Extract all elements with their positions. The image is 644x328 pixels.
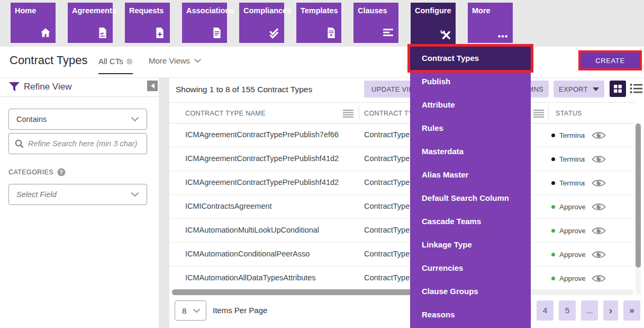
contract-type-name: ICMAutomationMultiLookUpConditional xyxy=(185,226,319,234)
nav-tile-more[interactable]: More xyxy=(468,3,513,43)
results-count: Showing 1 to 8 of 155 Contract Types xyxy=(176,85,312,94)
table-row[interactable]: ICMAutomationAllDataTypesAttributes Cont… xyxy=(169,267,635,290)
category-select[interactable]: Select Field xyxy=(8,184,147,205)
status-cell: Approved xyxy=(551,226,606,235)
remove-filter-icon[interactable]: ⊗ xyxy=(126,57,133,66)
nav-tile-associations[interactable]: Associations xyxy=(182,3,227,43)
eye-icon[interactable] xyxy=(592,202,606,211)
status-dot xyxy=(551,229,555,233)
eye-icon[interactable] xyxy=(592,179,606,188)
last-page-icon[interactable]: » xyxy=(623,300,640,321)
page-button[interactable]: ... xyxy=(581,300,598,321)
status-cell: Terminated xyxy=(551,179,606,188)
status-badge: Approved xyxy=(559,274,585,282)
status-badge: Terminated xyxy=(559,179,585,187)
categories-label: CATEGORIES xyxy=(8,169,53,176)
contract-type-name: ICMAgreementContractTypePrePublish7ef66 xyxy=(185,130,339,139)
configure-menu-item[interactable]: Reasons xyxy=(410,303,531,326)
page-button[interactable]: 5 xyxy=(559,300,576,321)
grid-view-toggle[interactable] xyxy=(610,81,626,97)
status-dot xyxy=(551,134,555,137)
collapse-panel-icon[interactable] xyxy=(147,81,158,91)
pagination: 4 5 ... › » xyxy=(516,300,640,321)
svg-text:?: ? xyxy=(60,170,64,175)
nav-tile-clauses[interactable]: Clauses xyxy=(353,3,398,43)
eye-icon[interactable] xyxy=(592,274,606,283)
operator-value: Contains xyxy=(16,115,47,123)
requests-icon xyxy=(154,27,166,39)
refine-view-header: Refine View xyxy=(0,78,159,97)
nav-label: Clauses xyxy=(353,3,398,15)
contract-types-list-panel: Showing 1 to 8 of 155 Contract Types UPD… xyxy=(169,78,644,328)
horizontal-scrollbar[interactable] xyxy=(172,289,633,295)
configure-menu-item[interactable]: Cascade Teams xyxy=(410,210,531,233)
configure-menu-item[interactable]: Alias Master xyxy=(410,163,531,187)
agreements-icon xyxy=(97,27,108,39)
filter-icon xyxy=(8,82,20,92)
contract-type-name: ICMAutomationAllDataTypesAttributes xyxy=(185,273,316,282)
operator-select[interactable]: Contains xyxy=(8,109,147,130)
list-view-toggle[interactable] xyxy=(629,83,643,95)
refine-search-input[interactable] xyxy=(28,134,144,153)
nav-tile-home[interactable]: Home xyxy=(11,3,56,43)
table-row[interactable]: ICMAutomationMultiLookUpConditional Cont… xyxy=(169,219,635,243)
nav-tile-configure[interactable]: Configure xyxy=(411,3,456,47)
configure-menu-item[interactable]: Currencies xyxy=(410,256,531,280)
page-button[interactable]: 4 xyxy=(537,300,554,321)
home-icon xyxy=(40,27,51,39)
column-menu-icon[interactable] xyxy=(343,110,353,118)
nav-tile-templates[interactable]: Templates xyxy=(296,3,341,43)
export-label: EXPORT xyxy=(559,85,588,93)
nav-label: Home xyxy=(11,3,56,15)
contract-type-name: ICMAgreementContractTypePrePublishf41d2 xyxy=(185,178,339,187)
app-window: Home Agreements Requests Associations Co… xyxy=(0,0,644,328)
column-menu-icon[interactable] xyxy=(533,110,544,118)
refine-search-field xyxy=(8,133,147,154)
eye-icon[interactable] xyxy=(592,226,606,235)
nav-tile-agreements[interactable]: Agreements xyxy=(68,3,113,43)
configure-menu-item[interactable]: Publish xyxy=(410,70,531,93)
status-cell: Terminated xyxy=(551,155,606,164)
configure-menu-item[interactable]: Linkage Type xyxy=(410,233,531,256)
configure-menu-item[interactable]: Attribute xyxy=(410,93,531,117)
chevron-down-icon xyxy=(131,117,139,122)
create-button[interactable]: CREATE xyxy=(580,52,640,68)
export-button[interactable]: EXPORT xyxy=(554,81,604,97)
table-row[interactable]: ICMIContractsAgreement ContractType Appr… xyxy=(169,195,635,219)
next-page-icon[interactable]: › xyxy=(603,300,618,321)
table-row[interactable]: ICMAutomationConditionalPeerAsso Contrac… xyxy=(169,243,635,267)
column-header-status[interactable]: STATUS xyxy=(556,110,582,117)
status-cell: Approved xyxy=(551,250,606,259)
nav-tile-requests[interactable]: Requests xyxy=(125,3,170,43)
table-row[interactable]: ICMAgreementContractTypePrePublish7ef66 … xyxy=(169,123,635,147)
eye-icon[interactable] xyxy=(592,155,606,164)
top-navigation: Home Agreements Requests Associations Co… xyxy=(0,0,644,47)
help-icon[interactable]: ? xyxy=(57,168,66,176)
more-views-dropdown[interactable]: More Views xyxy=(149,56,202,65)
status-dot xyxy=(551,205,555,209)
table-row[interactable]: ICMAgreementContractTypePrePublishf41d2 … xyxy=(169,171,635,195)
items-per-page-select[interactable]: 8 xyxy=(175,300,206,321)
configure-menu-item[interactable]: Rules xyxy=(410,117,531,140)
configure-menu-item[interactable]: Clause Groups xyxy=(410,280,531,303)
nav-label: Agreements xyxy=(68,3,113,15)
eye-icon[interactable] xyxy=(592,250,606,259)
table-row[interactable]: ICMAgreementContractTypePrePublishf41d2 … xyxy=(169,147,635,171)
nav-label: More xyxy=(468,3,513,15)
category-placeholder: Select Field xyxy=(16,190,57,199)
nav-tile-compliances[interactable]: Compliances xyxy=(239,3,284,43)
more-views-label: More Views xyxy=(149,56,190,65)
configure-menu-item[interactable]: Default Search Column xyxy=(410,187,531,210)
configure-menu-item[interactable]: Masterdata xyxy=(410,140,531,163)
configure-menu-item[interactable]: Contract Types xyxy=(410,47,531,70)
status-badge: Approved xyxy=(559,203,585,211)
column-header-name[interactable]: CONTRACT TYPE NAME xyxy=(185,110,266,117)
nav-label: Compliances xyxy=(239,3,284,15)
vertical-scrollbar[interactable] xyxy=(636,123,641,295)
categories-section: CATEGORIES ? xyxy=(8,168,66,176)
vertical-scrollbar-thumb[interactable] xyxy=(636,123,641,268)
chevron-down-icon xyxy=(131,192,139,197)
eye-icon[interactable] xyxy=(592,131,606,140)
table-body: ICMAgreementContractTypePrePublish7ef66 … xyxy=(169,123,635,290)
view-chip-all-cts[interactable]: All CTs⊗ xyxy=(98,56,133,74)
